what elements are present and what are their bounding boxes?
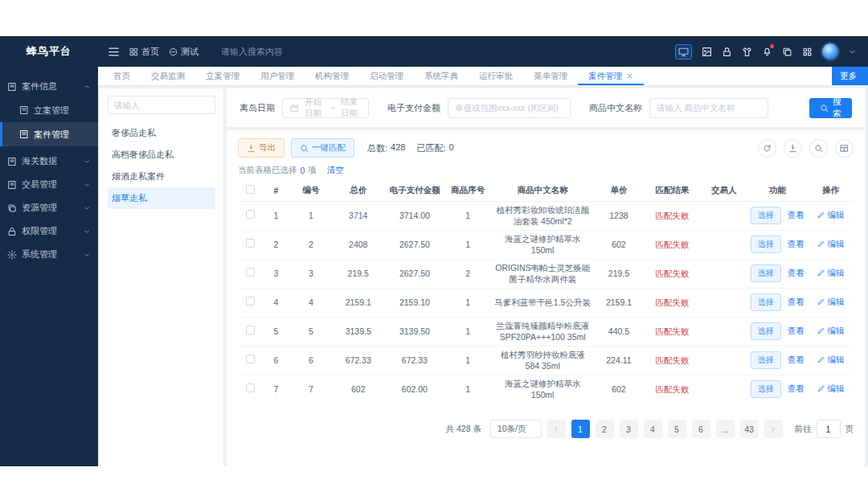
page-button-43[interactable]: 43 (740, 420, 759, 438)
page-size-select[interactable]: 10条/页 (490, 420, 542, 438)
row-checkbox[interactable] (246, 210, 255, 219)
search-button[interactable]: 搜索 (809, 98, 852, 118)
sidebar-item-案件信息[interactable]: 案件信息 (0, 75, 98, 98)
row-checkbox[interactable] (246, 383, 255, 392)
select-button[interactable]: 选择 (751, 236, 781, 253)
edit-link[interactable]: 编辑 (817, 354, 845, 365)
select-button[interactable]: 选择 (751, 207, 781, 224)
goto-page-input[interactable] (817, 420, 841, 438)
breadcrumb-item[interactable]: 首页 (129, 46, 159, 58)
monitor-icon[interactable] (675, 44, 692, 59)
name-filter-input[interactable] (649, 98, 768, 118)
select-button[interactable]: 选择 (751, 293, 781, 311)
amount-filter-input[interactable] (448, 98, 571, 118)
select-button[interactable]: 选择 (751, 322, 781, 340)
edit-link[interactable]: 编辑 (817, 383, 845, 394)
page-button-4[interactable]: 4 (644, 420, 662, 438)
case-type-search-input[interactable] (108, 96, 215, 114)
sidebar-item-立案管理[interactable]: 立案管理 (0, 98, 98, 122)
tab-首页[interactable]: 首页 (103, 67, 141, 85)
one-click-match-button[interactable]: 一键匹配 (291, 138, 354, 158)
select-all-checkbox[interactable] (246, 185, 255, 194)
tab-机构管理[interactable]: 机构管理 (305, 67, 359, 85)
case-type-item[interactable]: 烟酒走私案件 (108, 166, 215, 187)
refresh-icon-button[interactable] (758, 139, 776, 158)
tab-系统字典[interactable]: 系统字典 (414, 67, 469, 85)
bell-icon[interactable] (762, 47, 772, 57)
download-icon-button[interactable] (784, 139, 802, 158)
sidebar-item-label: 系统管理 (22, 248, 57, 260)
hamburger-menu-icon[interactable] (108, 46, 120, 58)
page-button-6[interactable]: 6 (692, 420, 710, 438)
row-checkbox[interactable] (246, 268, 255, 277)
sidebar-item-案件管理[interactable]: 案件管理 (0, 122, 98, 146)
lock-icon[interactable] (722, 47, 732, 57)
layers-icon[interactable] (782, 47, 792, 57)
global-search-input[interactable]: 请输入搜索内容 (221, 46, 283, 58)
edit-link[interactable]: 编辑 (817, 296, 845, 307)
case-type-item[interactable]: 烟草走私 (108, 187, 215, 209)
view-link[interactable]: 查看 (788, 296, 805, 307)
cell-functions: 选择查看 (747, 346, 808, 375)
select-button[interactable]: 选择 (751, 265, 781, 282)
chevron-down-icon[interactable] (848, 47, 857, 56)
tab-启动管理[interactable]: 启动管理 (359, 67, 414, 85)
sidebar-item-系统管理[interactable]: 系统管理 (0, 243, 98, 266)
close-icon[interactable] (626, 72, 633, 80)
pagination: 共 428 条 10条/页 123456...43 前往 (238, 420, 854, 438)
row-checkbox[interactable] (246, 239, 255, 248)
page-button-2[interactable]: 2 (596, 420, 614, 438)
cell-unit-price: 440.5 (595, 317, 644, 346)
select-button[interactable]: 选择 (751, 380, 781, 398)
grid4-icon[interactable] (802, 47, 813, 57)
row-checkbox[interactable] (246, 355, 255, 363)
filter-bar: 离岛日期 开始日期 ~ 结束日期 电子支付金额 商品中文名称 (227, 88, 865, 127)
case-type-item[interactable]: 奢侈品走私 (108, 122, 215, 144)
case-type-item[interactable]: 高档奢侈品走私 (108, 144, 215, 166)
view-link[interactable]: 查看 (788, 267, 805, 278)
prev-page-button[interactable] (547, 420, 566, 438)
edit-link[interactable]: 编辑 (817, 267, 845, 278)
row-checkbox[interactable] (246, 297, 255, 306)
edit-link[interactable]: 编辑 (817, 238, 845, 249)
page-button-5[interactable]: 5 (668, 420, 686, 438)
page-button-1[interactable]: 1 (571, 420, 590, 438)
view-link[interactable]: 查看 (788, 209, 805, 220)
sidebar-menu: 案件信息立案管理案件管理海关数据交易管理资源管理权限管理系统管理 (0, 67, 98, 466)
tab-用户管理[interactable]: 用户管理 (250, 67, 305, 85)
user-avatar[interactable] (822, 43, 838, 59)
sidebar-item-交易管理[interactable]: 交易管理 (0, 173, 98, 196)
view-link[interactable]: 查看 (788, 325, 805, 336)
export-button[interactable]: 导出 (238, 138, 285, 158)
edit-link[interactable]: 编辑 (817, 325, 845, 336)
page-button-3[interactable]: 3 (620, 420, 638, 438)
row-checkbox[interactable] (246, 326, 255, 334)
breadcrumb-item[interactable]: 测试 (169, 46, 199, 58)
sidebar-item-海关数据[interactable]: 海关数据 (0, 150, 98, 173)
tab-菜单管理[interactable]: 菜单管理 (523, 67, 578, 85)
columns-icon-button[interactable] (835, 139, 854, 158)
select-button[interactable]: 选择 (751, 351, 781, 369)
view-link[interactable]: 查看 (788, 383, 805, 394)
clear-selection-link[interactable]: 清空 (327, 165, 344, 176)
next-page-button[interactable] (764, 420, 783, 438)
hamburger-icon (108, 46, 120, 58)
sidebar-item-权限管理[interactable]: 权限管理 (0, 219, 98, 243)
view-link[interactable]: 查看 (788, 238, 805, 249)
tab-案件管理[interactable]: 案件管理 (578, 67, 644, 85)
tab-运行审批[interactable]: 运行审批 (469, 67, 523, 85)
edit-link[interactable]: 编辑 (817, 209, 845, 220)
tab-立案管理[interactable]: 立案管理 (195, 67, 250, 85)
image-icon[interactable] (702, 47, 712, 57)
more-tabs-button[interactable]: 更多 (832, 67, 868, 85)
more-tabs-label: 更多 (840, 71, 857, 82)
tab-交易监测[interactable]: 交易监测 (141, 67, 195, 85)
date-range-picker[interactable]: 开始日期 ~ 结束日期 (282, 98, 369, 118)
search-icon-button[interactable] (809, 139, 828, 158)
cell-unit-price: 224.11 (595, 346, 644, 375)
sidebar-item-资源管理[interactable]: 资源管理 (0, 196, 98, 219)
shirt-icon[interactable] (742, 47, 752, 57)
view-link[interactable]: 查看 (788, 354, 805, 365)
sidebar: 蜂鸟平台 案件信息立案管理案件管理海关数据交易管理资源管理权限管理系统管理 (0, 36, 98, 466)
cell-no: 5 (289, 317, 332, 346)
